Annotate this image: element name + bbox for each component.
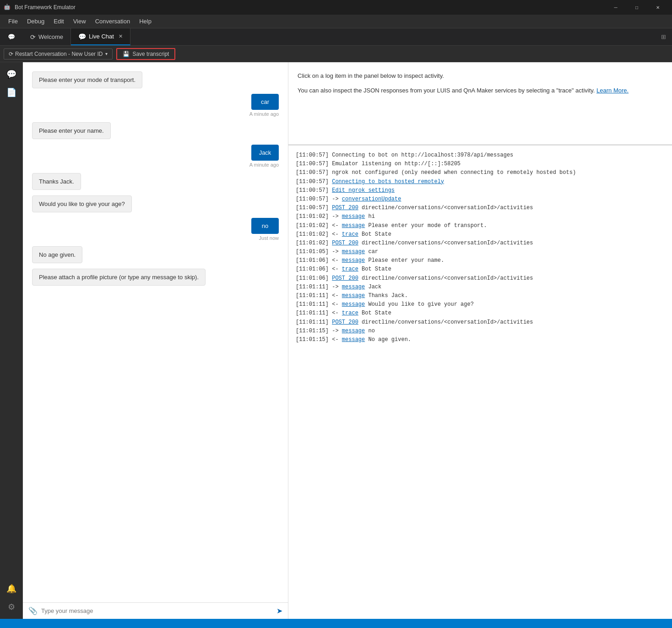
- dropdown-arrow-icon: ▾: [105, 51, 108, 56]
- log-line-7: [11:01:02] -> message hi: [296, 212, 665, 221]
- tab-spacer: [130, 28, 655, 45]
- close-live-chat-tab[interactable]: ✕: [119, 33, 123, 39]
- left-sidebar: 💬 📄 🔔 ⚙: [0, 62, 23, 619]
- chat-input-area: 📎 ➤: [23, 602, 288, 619]
- log-link-msg-name[interactable]: message: [342, 257, 365, 264]
- log-link-connecting-remotely[interactable]: Connecting to bots hosted remotely: [332, 179, 444, 185]
- car-message-time: A minute ago: [249, 111, 279, 117]
- log-line-4: [11:00:57] Edit ngrok settings: [296, 186, 665, 195]
- bot-message-profile-pic: Please attach a profile picture (or type…: [32, 269, 206, 286]
- tab-live-chat[interactable]: 💬 Live Chat ✕: [71, 28, 130, 45]
- no-message-time: Just now: [259, 235, 279, 241]
- menu-bar: File Debug Edit View Conversation Help: [0, 15, 672, 28]
- menu-conversation[interactable]: Conversation: [91, 16, 135, 27]
- sidebar-toggle[interactable]: 💬: [0, 28, 23, 45]
- log-link-msg-jack[interactable]: message: [342, 284, 365, 290]
- save-transcript-label: Save transcript: [132, 51, 169, 57]
- bot-message-thanks-jack: Thanks Jack.: [32, 173, 81, 190]
- save-transcript-button[interactable]: 💾 Save transcript: [116, 48, 175, 60]
- inspector-desc-1: Click on a log item in the panel below t…: [298, 71, 663, 81]
- log-line-0: [11:00:57] Connecting to bot on http://l…: [296, 151, 665, 160]
- log-link-trace-3[interactable]: trace: [342, 310, 358, 316]
- log-link-msg-no-age[interactable]: message: [342, 336, 365, 343]
- sidebar-notifications-icon[interactable]: 🔔: [3, 580, 20, 597]
- bot-message-transport: Please enter your mode of transport.: [32, 71, 142, 88]
- bot-message-no-age: No age given.: [32, 246, 82, 263]
- restart-conversation-button[interactable]: ⟳ Restart Conversation - New User ID ▾: [4, 49, 113, 60]
- sidebar-settings-icon[interactable]: ⚙: [3, 599, 20, 615]
- log-line-1: [11:00:57] Emulator listening on http://…: [296, 160, 665, 168]
- inspector-panel: Click on a log item in the panel below t…: [288, 62, 672, 619]
- menu-help[interactable]: Help: [135, 16, 156, 27]
- welcome-tab-icon: ⟳: [30, 33, 36, 41]
- jack-message-time: A minute ago: [249, 162, 279, 168]
- user-message-jack: Jack: [251, 145, 279, 161]
- log-line-14: [11:01:06] POST 200 directline/conversat…: [296, 274, 665, 283]
- log-link-trace-1[interactable]: trace: [342, 231, 358, 238]
- inspector-top: Click on a log item in the panel below t…: [288, 62, 672, 145]
- user-message-no: no: [251, 218, 279, 234]
- menu-view[interactable]: View: [69, 16, 91, 27]
- log-link-conversation-update[interactable]: conversationUpdate: [342, 196, 401, 202]
- log-line-20: [11:01:15] -> message no: [296, 327, 665, 336]
- menu-file[interactable]: File: [4, 16, 22, 27]
- log-link-msg-hi[interactable]: message: [342, 213, 365, 220]
- sidebar-document-icon[interactable]: 📄: [3, 84, 20, 101]
- log-line-8: [11:01:02] <- message Please enter your …: [296, 222, 665, 230]
- user-message-car-container: car A minute ago: [32, 94, 279, 117]
- log-link-post-200-3[interactable]: POST 200: [332, 275, 358, 282]
- sidebar-chat-icon[interactable]: 💬: [3, 66, 20, 82]
- main-layout: 💬 📄 🔔 ⚙ Please enter your mode of transp…: [0, 62, 672, 619]
- tab-bar: 💬 ⟳ Welcome 💬 Live Chat ✕ ⊞: [0, 28, 672, 46]
- log-line-6: [11:00:57] POST 200 directline/conversat…: [296, 204, 665, 212]
- learn-more-link[interactable]: Learn More.: [596, 87, 629, 94]
- attachment-button[interactable]: 📎: [28, 606, 38, 615]
- menu-debug[interactable]: Debug: [22, 16, 49, 27]
- restart-label: Restart Conversation - New User ID: [15, 51, 103, 57]
- log-link-msg-car[interactable]: message: [342, 249, 365, 255]
- toolbar: ⟳ Restart Conversation - New User ID ▾ 💾…: [0, 46, 672, 62]
- log-line-15: [11:01:11] -> message Jack: [296, 283, 665, 292]
- user-message-jack-container: Jack A minute ago: [32, 145, 279, 168]
- log-link-msg-no[interactable]: message: [342, 328, 365, 334]
- title-bar: 🤖 Bot Framework Emulator ─ □ ✕: [0, 0, 672, 15]
- chat-panel: Please enter your mode of transport. car…: [23, 62, 288, 619]
- window-controls: ─ □ ✕: [605, 0, 668, 15]
- log-link-msg-age[interactable]: message: [342, 301, 365, 308]
- chat-messages[interactable]: Please enter your mode of transport. car…: [23, 62, 288, 602]
- live-chat-tab-icon: 💬: [78, 33, 86, 40]
- inspector-desc-2: You can also inspect the JSON responses …: [298, 86, 663, 95]
- restart-icon: ⟳: [9, 51, 13, 57]
- log-link-post-200-4[interactable]: POST 200: [332, 319, 358, 325]
- log-link-msg-transport[interactable]: message: [342, 222, 365, 229]
- content-area: Please enter your mode of transport. car…: [23, 62, 672, 619]
- log-line-16: [11:01:11] <- message Thanks Jack.: [296, 292, 665, 300]
- status-bar: [0, 619, 672, 628]
- layout-button[interactable]: ⊞: [655, 28, 672, 45]
- live-chat-tab-label: Live Chat: [89, 33, 114, 40]
- log-panel[interactable]: [11:00:57] Connecting to bot on http://l…: [288, 145, 672, 619]
- log-link-trace-2[interactable]: trace: [342, 266, 358, 272]
- log-link-post-200-2[interactable]: POST 200: [332, 240, 358, 246]
- log-link-msg-thanks[interactable]: message: [342, 292, 365, 299]
- log-line-11: [11:01:05] -> message car: [296, 248, 665, 256]
- log-line-17: [11:01:11] <- message Would you like to …: [296, 300, 665, 309]
- log-line-9: [11:01:02] <- trace Bot State: [296, 230, 665, 239]
- send-button[interactable]: ➤: [276, 606, 282, 615]
- log-link-post-200-1[interactable]: POST 200: [332, 205, 358, 211]
- app-title: Bot Framework Emulator: [15, 4, 605, 11]
- close-button[interactable]: ✕: [647, 0, 668, 15]
- log-line-3: [11:00:57] Connecting to bots hosted rem…: [296, 178, 665, 186]
- chat-input[interactable]: [41, 607, 273, 614]
- log-line-21: [11:01:15] <- message No age given.: [296, 336, 665, 344]
- save-icon: 💾: [123, 51, 130, 57]
- user-message-no-container: no Just now: [32, 218, 279, 241]
- menu-edit[interactable]: Edit: [49, 16, 68, 27]
- log-line-12: [11:01:06] <- message Please enter your …: [296, 256, 665, 265]
- welcome-tab-label: Welcome: [38, 33, 63, 40]
- user-message-car: car: [251, 94, 279, 110]
- maximize-button[interactable]: □: [626, 0, 647, 15]
- log-link-edit-ngrok[interactable]: Edit ngrok settings: [332, 187, 395, 194]
- minimize-button[interactable]: ─: [605, 0, 626, 15]
- tab-welcome[interactable]: ⟳ Welcome: [23, 28, 71, 45]
